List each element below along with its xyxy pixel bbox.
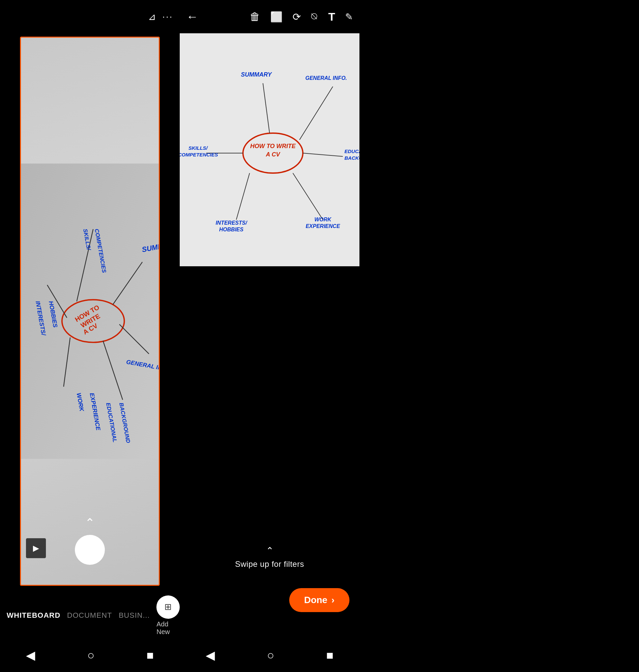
mode-document[interactable]: DOCUMENT	[67, 611, 112, 620]
filter-icon[interactable]: ⦰	[311, 11, 318, 22]
svg-text:INTERESTS/: INTERESTS/	[216, 220, 248, 226]
svg-text:BACKGROUND: BACKGROUND	[344, 155, 359, 161]
gallery-thumb[interactable]: ▶	[26, 538, 46, 558]
svg-text:GENERAL INFO.: GENERAL INFO.	[305, 75, 347, 81]
nav-bar-right: ◀ ○ ■	[180, 639, 359, 672]
svg-text:EDUCATIONAL: EDUCATIONAL	[344, 149, 359, 154]
nav-back-right[interactable]: ◀	[206, 648, 215, 662]
text-icon[interactable]: T	[328, 10, 335, 23]
top-bar-right: ← 🗑 ⬜ ⟳ ⦰ T ✎	[180, 0, 359, 33]
add-new-label: Add New	[156, 621, 180, 636]
camera-viewfinder: HOW TO WRITE A CV SUMMARY GENE	[20, 36, 160, 586]
mindmap-camera-svg: HOW TO WRITE A CV SUMMARY GENE	[21, 37, 159, 585]
shutter-button[interactable]	[75, 535, 105, 565]
add-new-area: ⊞ Add New	[156, 595, 180, 636]
nav-square-left[interactable]: ■	[146, 648, 154, 662]
nav-home-left[interactable]: ○	[87, 648, 94, 662]
back-button[interactable]: ←	[186, 10, 198, 24]
nav-home-right[interactable]: ○	[267, 648, 274, 662]
play-icon: ▶	[33, 544, 39, 553]
swipe-chevron-icon: ⌃	[266, 545, 274, 556]
whiteboard-live-view: HOW TO WRITE A CV SUMMARY GENE	[21, 37, 159, 585]
svg-text:HOW TO WRITE: HOW TO WRITE	[250, 143, 296, 150]
svg-text:EXPERIENCE: EXPERIENCE	[306, 223, 340, 229]
mode-selector-area: WHITEBOARD DOCUMENT BUSIN... ⊞ Add New	[0, 592, 180, 639]
filter-area: ⌃ Swipe up for filters	[180, 535, 359, 579]
swipe-up-text: Swipe up for filters	[235, 560, 304, 569]
done-label: Done	[304, 595, 327, 606]
svg-text:WORK: WORK	[314, 217, 332, 222]
done-chevron-icon: ›	[331, 595, 334, 606]
nav-back-left[interactable]: ◀	[26, 648, 35, 662]
svg-text:HOBBIES: HOBBIES	[219, 226, 244, 232]
done-button[interactable]: Done ›	[289, 588, 349, 612]
auto-icon[interactable]: ⊿	[148, 11, 156, 22]
top-bar-left: ⊿ ···	[0, 0, 180, 33]
chevron-up-camera: ⌃	[85, 516, 95, 530]
rotate-icon[interactable]: ⟳	[293, 11, 301, 22]
svg-text:SUMMARY: SUMMARY	[241, 71, 272, 78]
preview-mindmap-svg: HOW TO WRITE A CV SUMMARY GENERAL INFO. …	[180, 33, 359, 266]
crop-icon[interactable]: ⬜	[270, 11, 283, 22]
delete-icon[interactable]: 🗑	[250, 11, 260, 23]
mode-whiteboard[interactable]: WHITEBOARD	[7, 611, 61, 620]
svg-text:COMPETENCIES: COMPETENCIES	[180, 152, 218, 157]
nav-square-right[interactable]: ■	[326, 648, 333, 662]
add-new-button[interactable]: ⊞	[156, 595, 180, 619]
svg-text:SKILLS/: SKILLS/	[188, 145, 208, 151]
right-panel: ← 🗑 ⬜ ⟳ ⦰ T ✎ HOW TO WRITE A CV	[180, 0, 359, 672]
left-panel: ⊿ ··· HOW TO WRITE	[0, 0, 180, 672]
nav-bar-left: ◀ ○ ■	[0, 639, 180, 672]
edit-pen-icon[interactable]: ✎	[345, 11, 353, 22]
svg-text:A CV: A CV	[266, 151, 281, 158]
mode-business[interactable]: BUSIN...	[119, 611, 150, 620]
more-menu-icon[interactable]: ···	[162, 11, 173, 22]
preview-whiteboard: HOW TO WRITE A CV SUMMARY GENERAL INFO. …	[180, 33, 359, 266]
